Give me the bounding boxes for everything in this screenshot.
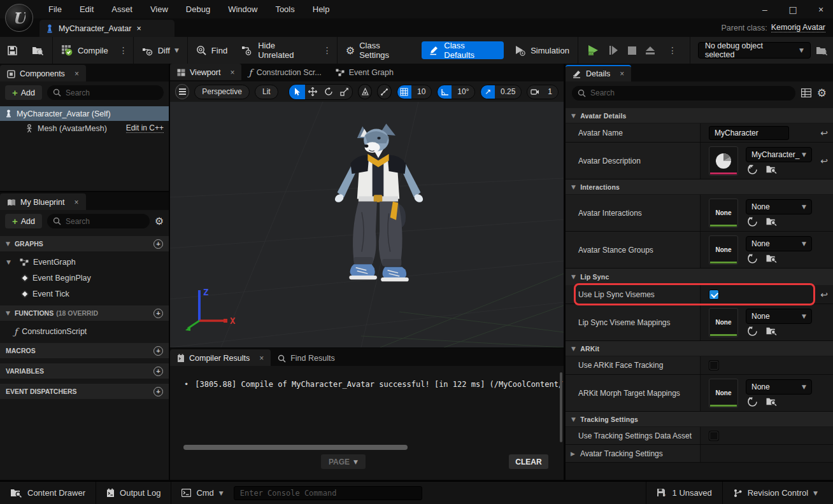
construction-script-item[interactable]: ƒ ConstructionScript bbox=[0, 323, 169, 339]
avatar-name-input[interactable] bbox=[709, 126, 789, 140]
revert-icon[interactable]: ↩ bbox=[815, 285, 833, 304]
play-options-icon[interactable]: ⋮ bbox=[664, 45, 681, 55]
world-coordinate-icon[interactable] bbox=[358, 84, 372, 99]
camera-speed-control[interactable]: 1 bbox=[527, 85, 559, 99]
use-selected-asset-icon[interactable] bbox=[747, 396, 758, 407]
component-item-mesh[interactable]: Mesh (AvatarMesh) Edit in C++ bbox=[0, 121, 169, 136]
avatar-description-thumbnail[interactable] bbox=[709, 146, 738, 176]
menu-debug[interactable]: Debug bbox=[177, 0, 219, 18]
lip-sync-section-header[interactable]: ▼ Lip Sync bbox=[566, 269, 833, 285]
details-settings-gear-icon[interactable]: ⚙ bbox=[817, 87, 827, 99]
move-tool-button[interactable] bbox=[305, 85, 321, 99]
menu-file[interactable]: File bbox=[39, 0, 71, 18]
scale-tool-button[interactable] bbox=[336, 85, 352, 99]
tab-close-icon[interactable]: × bbox=[620, 69, 624, 78]
surface-snap-icon[interactable] bbox=[377, 84, 391, 99]
components-search-input[interactable] bbox=[66, 88, 158, 97]
stop-icon[interactable] bbox=[628, 46, 636, 55]
tab-details[interactable]: Details × bbox=[566, 65, 631, 81]
frame-skip-icon[interactable] bbox=[609, 45, 619, 55]
revert-icon[interactable]: ↩ bbox=[815, 143, 833, 179]
vertical-scrollbar[interactable] bbox=[560, 372, 562, 442]
menu-help[interactable]: Help bbox=[304, 0, 339, 18]
tab-my-blueprint[interactable]: My Blueprint × bbox=[0, 193, 86, 210]
debug-browse-button[interactable] bbox=[811, 37, 833, 64]
event-tick-item[interactable]: Event Tick bbox=[0, 286, 169, 302]
event-dispatchers-section-header[interactable]: EVENT DISPATCHERS + bbox=[0, 384, 169, 399]
compile-button[interactable]: Compile bbox=[54, 37, 115, 64]
details-search-input[interactable] bbox=[590, 88, 790, 97]
class-defaults-button[interactable]: Class Defaults bbox=[422, 41, 504, 59]
menu-edit[interactable]: Edit bbox=[71, 0, 103, 18]
tab-close-icon[interactable]: × bbox=[75, 69, 79, 78]
add-dispatcher-icon[interactable]: + bbox=[153, 387, 163, 396]
maximize-icon[interactable]: □ bbox=[787, 4, 799, 15]
debug-object-select[interactable]: No debug object selected ▼ bbox=[698, 42, 811, 59]
macros-section-header[interactable]: MACROS + bbox=[0, 343, 169, 358]
horizontal-scrollbar[interactable] bbox=[183, 445, 408, 450]
use-tracking-settings-data-asset-checkbox[interactable] bbox=[709, 431, 719, 441]
component-item-self[interactable]: MyCharacter_Avatar (Self) bbox=[0, 106, 169, 121]
viewport-menu-icon[interactable] bbox=[175, 84, 189, 99]
tab-construction-script[interactable]: ƒ Construction Scr... bbox=[241, 64, 328, 80]
use-lip-sync-visemes-checkbox[interactable] bbox=[709, 290, 719, 300]
my-blueprint-search-input[interactable] bbox=[66, 217, 144, 226]
lit-mode-button[interactable]: Lit bbox=[255, 85, 278, 99]
add-component-button[interactable]: + Add bbox=[5, 85, 42, 100]
find-button[interactable]: Find bbox=[189, 37, 234, 64]
use-selected-asset-icon[interactable] bbox=[747, 164, 758, 175]
minimize-icon[interactable]: – bbox=[759, 4, 771, 15]
expand-triangle-icon[interactable]: ▶ bbox=[571, 451, 575, 457]
clear-button[interactable]: CLEAR bbox=[509, 454, 548, 469]
compile-options-icon[interactable]: ⋮ bbox=[115, 45, 132, 55]
output-log-button[interactable]: Output Log bbox=[96, 482, 171, 504]
avatar-description-select[interactable]: MyCharacter_ ▼ bbox=[746, 147, 812, 162]
use-selected-asset-icon[interactable] bbox=[747, 253, 758, 264]
edit-in-cpp-link[interactable]: Edit in C++ bbox=[126, 123, 164, 133]
components-search[interactable] bbox=[47, 85, 164, 100]
menu-asset[interactable]: Asset bbox=[103, 0, 141, 18]
simulation-button[interactable]: Simulation bbox=[508, 37, 576, 64]
diff-button[interactable]: Diff ▼ bbox=[135, 37, 186, 64]
rotation-snap-control[interactable]: 10° bbox=[437, 85, 475, 99]
perspective-button[interactable]: Perspective bbox=[194, 85, 250, 99]
tab-compiler-results[interactable]: Compiler Results × bbox=[170, 349, 271, 366]
hide-unrelated-button[interactable]: Hide Unrelated bbox=[234, 37, 319, 64]
add-variable-icon[interactable]: + bbox=[153, 367, 163, 376]
my-blueprint-search[interactable] bbox=[47, 214, 150, 228]
revision-control-button[interactable]: Revision Control ▼ bbox=[723, 482, 828, 504]
asset-thumbnail[interactable]: None bbox=[709, 235, 738, 265]
content-drawer-button[interactable]: Content Drawer bbox=[0, 482, 96, 504]
menu-view[interactable]: View bbox=[141, 0, 177, 18]
avatar-details-section-header[interactable]: ▼ Avatar Details bbox=[566, 108, 833, 123]
browse-to-asset-icon[interactable] bbox=[765, 326, 778, 336]
graph-options-icon[interactable]: ⋮ bbox=[319, 45, 336, 55]
browse-to-asset-icon[interactable] bbox=[765, 164, 778, 174]
asset-thumbnail[interactable]: None bbox=[709, 199, 738, 228]
add-macro-icon[interactable]: + bbox=[153, 346, 163, 356]
cmd-dropdown[interactable]: Cmd ▼ bbox=[171, 482, 233, 504]
lip-sync-viseme-mappings-select[interactable]: None ▼ bbox=[746, 309, 812, 324]
play-icon[interactable] bbox=[587, 45, 600, 56]
arkit-morph-target-mappings-select[interactable]: None ▼ bbox=[746, 379, 812, 395]
viewport-3d-canvas[interactable]: Z X bbox=[170, 102, 564, 347]
tab-close-icon[interactable]: × bbox=[74, 198, 78, 207]
interactions-section-header[interactable]: ▼ Interactions bbox=[566, 179, 833, 194]
blueprint-settings-gear-icon[interactable]: ⚙ bbox=[155, 215, 164, 227]
tab-find-results[interactable]: Find Results bbox=[271, 349, 341, 366]
tracking-settings-section-header[interactable]: ▼ Tracking Settings bbox=[566, 412, 833, 426]
tab-close-icon[interactable]: × bbox=[230, 68, 234, 77]
add-function-icon[interactable]: + bbox=[153, 309, 163, 318]
browse-to-asset-icon[interactable] bbox=[765, 216, 778, 227]
asset-thumbnail[interactable]: None bbox=[709, 379, 738, 408]
console-command-input[interactable] bbox=[234, 486, 422, 500]
class-settings-button[interactable]: ⚙ Class Settings bbox=[339, 37, 418, 64]
variables-section-header[interactable]: VARIABLES + bbox=[0, 363, 169, 379]
event-beginplay-item[interactable]: Event BeginPlay bbox=[0, 270, 169, 286]
use-selected-asset-icon[interactable] bbox=[747, 326, 758, 337]
avatar-stance-groups-select[interactable]: None ▼ bbox=[746, 236, 812, 251]
property-matrix-icon[interactable] bbox=[801, 88, 811, 97]
tab-close-icon[interactable]: × bbox=[259, 354, 264, 363]
scale-snap-control[interactable]: ↗ 0.25 bbox=[480, 85, 522, 99]
use-selected-asset-icon[interactable] bbox=[747, 216, 758, 227]
